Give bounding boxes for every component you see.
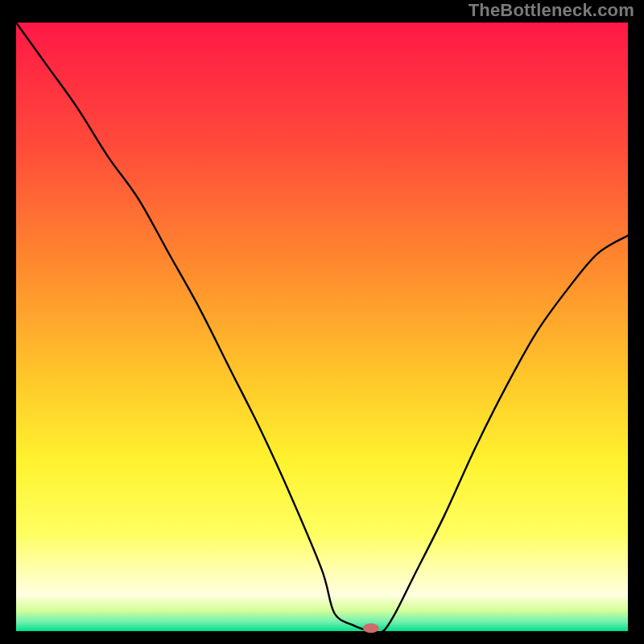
optimal-marker xyxy=(363,623,379,633)
axis-right xyxy=(628,0,644,644)
chart-container: TheBottleneck.com xyxy=(0,0,644,644)
axis-bottom xyxy=(0,631,644,644)
watermark-text: TheBottleneck.com xyxy=(469,0,634,21)
bottleneck-chart xyxy=(0,0,644,644)
axis-left xyxy=(0,0,16,644)
plot-background xyxy=(16,23,628,631)
